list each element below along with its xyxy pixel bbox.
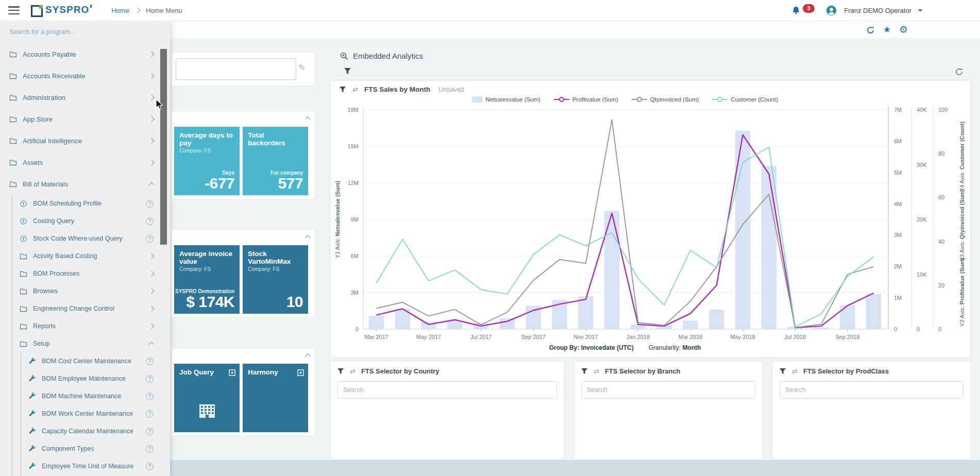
folder-icon	[20, 340, 27, 348]
notification-badge[interactable]: 3	[803, 4, 815, 13]
group-collapse-chevron-icon[interactable]	[305, 353, 310, 359]
tile-average-days-to-pay[interactable]: Average days to payCompany: FSDays-677	[174, 127, 240, 195]
tile-stock-vartominmax[interactable]: Stock VartoMinMaxCompany: FS10	[243, 245, 308, 314]
analytics-filter-icon[interactable]	[344, 67, 351, 77]
chart-filter-icon[interactable]	[340, 87, 346, 93]
analytics-refresh-icon[interactable]	[955, 67, 964, 78]
sidebar-item-setup[interactable]: Setup	[0, 335, 170, 352]
refresh-icon[interactable]	[866, 26, 875, 35]
sidebar-item-artificial-intelligence[interactable]: Artificial Intelligence	[0, 130, 170, 151]
sidebar-item-activity-based-costing[interactable]: Activity Based Costing	[0, 247, 170, 265]
sidebar-item-browses[interactable]: Browses	[0, 282, 170, 300]
expand-chevron-icon[interactable]	[148, 159, 154, 165]
expand-chevron-icon[interactable]	[148, 253, 154, 259]
expand-chevron-icon[interactable]	[148, 51, 154, 57]
help-icon[interactable]: ?	[146, 393, 154, 400]
legend-item-y2[interactable]: Profitvalue (Sum)	[554, 96, 618, 103]
selector-move-icon[interactable]: ⇄	[594, 367, 599, 375]
user-menu-caret-icon[interactable]	[918, 9, 922, 12]
sidebar-item-capacity-calendar-maintenance[interactable]: Capacity Calendar Maintenance?	[0, 422, 170, 440]
help-icon[interactable]: ?	[146, 217, 154, 225]
sidebar-item-accounts-payable[interactable]: Accounts Payable	[0, 43, 170, 65]
sidebar-item-bom-processes[interactable]: BOM Processes	[0, 265, 170, 282]
program-sidebar: Accounts PayableAccounts ReceivableAdmin…	[0, 21, 170, 476]
sidebar-item-component-types[interactable]: Component Types?	[0, 440, 170, 457]
expand-chevron-icon[interactable]	[148, 73, 154, 78]
tile-harmony[interactable]: Harmony	[243, 364, 308, 432]
help-icon[interactable]: ?	[146, 445, 154, 453]
selector-filter-icon[interactable]	[337, 368, 344, 375]
notification-bell-icon[interactable]	[791, 6, 801, 15]
help-icon[interactable]: ?	[146, 375, 154, 383]
help-icon[interactable]: ?	[146, 428, 154, 435]
group-collapse-chevron-icon[interactable]	[305, 116, 310, 122]
sidebar-item-reports[interactable]: Reports	[0, 317, 170, 335]
expand-chevron-icon[interactable]	[148, 94, 154, 100]
expand-chevron-icon[interactable]	[148, 270, 154, 276]
selector-title: FTS Selector by Branch	[605, 367, 681, 375]
legend-item-y3[interactable]: Qtyinvoiced (Sum)	[632, 96, 699, 103]
svg-text:20: 20	[938, 282, 944, 288]
sidebar-item-accounts-receivable[interactable]: Accounts Receivable	[0, 65, 170, 87]
breadcrumb-home[interactable]: Home	[111, 7, 129, 14]
expand-chevron-icon[interactable]	[148, 116, 154, 122]
selector-filter-icon[interactable]	[581, 368, 588, 375]
sidebar-item-assets[interactable]: Assets	[0, 151, 170, 173]
sidebar-item-administration[interactable]: Administration	[0, 87, 170, 108]
selector-search-input[interactable]	[337, 381, 557, 399]
sidebar-item-costing-query[interactable]: Costing Query?	[0, 212, 170, 230]
expand-chevron-icon[interactable]	[148, 323, 154, 329]
collapse-chevron-icon[interactable]	[148, 182, 154, 188]
sidebar-item-bill-of-materials[interactable]: Bill of Materials	[0, 173, 170, 195]
sidebar-scrollbar[interactable]	[160, 49, 167, 245]
sidebar-item-bom-work-center-maintenance[interactable]: BOM Work Center Maintenance?	[0, 405, 170, 422]
sidebar-item-bom-cost-center-maintenance[interactable]: BOM Cost Center Maintenance?	[0, 352, 170, 370]
chart-move-icon[interactable]: ⇄	[352, 86, 358, 93]
tile-average-invoice-value[interactable]: Average invoice valueCompany: FSSYSPRO D…	[174, 245, 240, 314]
help-icon[interactable]: ?	[146, 410, 154, 418]
sidebar-item-bom-machine-maintenance[interactable]: BOM Machine Maintenance?	[0, 387, 170, 405]
tile-expand-icon[interactable]	[297, 369, 304, 378]
selector-search-input[interactable]	[780, 381, 964, 399]
program-search-input[interactable]	[176, 58, 296, 80]
expand-chevron-icon[interactable]	[148, 305, 154, 311]
help-icon[interactable]: ?	[146, 463, 154, 470]
tile-value: -677	[205, 176, 234, 191]
legend-item-y4[interactable]: Customer (Count)	[712, 96, 778, 103]
sidebar-item-stock-code-where-used-query[interactable]: Stock Code Where-used Query?	[0, 230, 170, 247]
folder-icon	[20, 305, 27, 313]
user-name[interactable]: Franz DEMO Operator	[844, 7, 911, 14]
legend-label: Customer (Count)	[731, 96, 778, 103]
edit-pencil-icon[interactable]: ✎	[298, 62, 306, 73]
sidebar-item-app-store[interactable]: App Store	[0, 108, 170, 130]
selector-search-input[interactable]	[581, 381, 755, 399]
syspro-logo[interactable]: SYSPRO	[31, 4, 92, 17]
tile-job-query[interactable]: Job Query	[174, 364, 240, 432]
tile-total-backorders[interactable]: Total backordersFor company577	[243, 127, 308, 195]
help-icon[interactable]: ?	[146, 200, 154, 208]
folder-icon	[20, 322, 27, 330]
group-collapse-chevron-icon[interactable]	[305, 235, 310, 241]
favorite-star-icon[interactable]: ★	[883, 25, 891, 35]
expand-chevron-icon[interactable]	[148, 138, 154, 143]
selector-move-icon[interactable]: ⇄	[350, 367, 356, 375]
help-icon[interactable]: ?	[146, 235, 154, 243]
sidebar-menu: Accounts PayableAccounts ReceivableAdmin…	[0, 43, 170, 476]
collapse-chevron-icon[interactable]	[148, 342, 154, 347]
selector-move-icon[interactable]: ⇄	[792, 367, 798, 375]
sidebar-item-label: BOM Scheduling Profile	[33, 200, 102, 207]
hamburger-menu-icon[interactable]	[8, 6, 20, 14]
help-icon[interactable]: ?	[146, 358, 154, 365]
user-avatar[interactable]	[826, 5, 837, 16]
sidebar-search-input[interactable]	[0, 21, 170, 43]
sidebar-item-bom-scheduling-profile[interactable]: BOM Scheduling Profile?	[0, 195, 170, 212]
selector-filter-icon[interactable]	[780, 368, 786, 375]
legend-item-y1[interactable]: Netsalesvalue (Sum)	[472, 96, 540, 103]
expand-chevron-icon[interactable]	[148, 288, 154, 294]
tile-expand-icon[interactable]	[229, 369, 235, 378]
sidebar-item-engineering-change-control[interactable]: Engineering Change Control	[0, 300, 170, 317]
sidebar-item-employee-time-unit-of-measure[interactable]: Employee Time Unit of Measure?	[0, 457, 170, 475]
sidebar-item-bom-employee-maintenance[interactable]: BOM Employee Maintenance?	[0, 370, 170, 387]
program-query-icon	[20, 217, 27, 225]
settings-gear-icon[interactable]: ⚙	[899, 25, 908, 35]
